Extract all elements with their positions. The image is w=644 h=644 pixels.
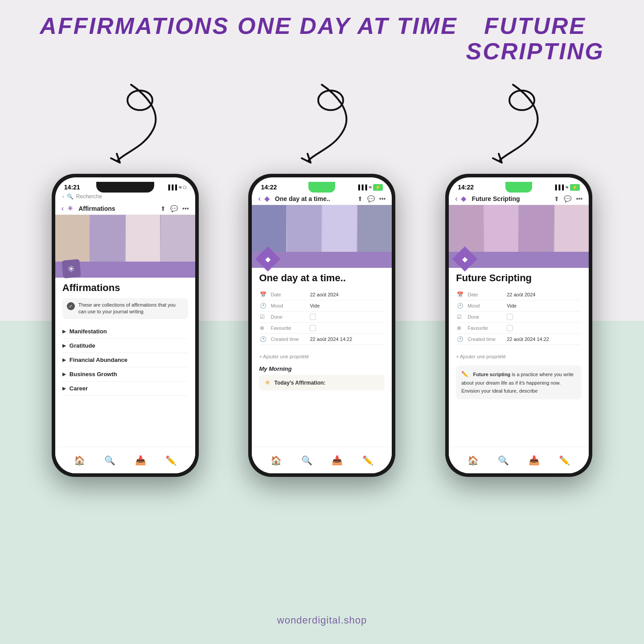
date-label-3: Date [468,292,503,297]
list-item-manifestation[interactable]: ▶ Manifestation [62,324,188,339]
list-item-financial[interactable]: ▶ Financial Abundance [62,353,188,367]
inbox-nav-item[interactable]: 📥 [135,455,146,466]
done-checkbox-3[interactable] [507,314,513,320]
phones-row: 14:21 ▐▐▐ ≈ □ ‹ 🔍 Recherche ‹ ✳ Affirmat… [0,174,644,477]
date-label-2: Date [271,292,306,297]
note-text-bold: Future scripting [473,372,511,377]
date-value-2: 22 août 2024 [310,292,384,297]
back-icon-2[interactable]: ‹ [258,195,260,203]
search-nav-item[interactable]: 🔍 [104,455,115,466]
inbox-nav-2[interactable]: 📥 [332,455,343,466]
edit-nav-3[interactable]: ✏️ [559,455,570,466]
mood-value-3: Vide [507,303,581,308]
arrow-3 [473,76,553,174]
prop-row-date-2: 📅 Date 22 août 2024 [260,289,384,300]
phone-2-inner: 14:22 ▐▐▐ ≈ ⚡ ‹ ◆ One day at a time.. ⬆ … [252,177,392,473]
done-checkbox-2[interactable] [310,314,316,320]
floral-cell-4 [554,205,589,252]
add-prop-2[interactable]: + Ajouter une propriété [259,351,385,362]
more-icon-2[interactable]: ••• [379,195,386,202]
floral-cell-1 [449,205,483,252]
arrows-row [0,76,644,174]
affirmation-box: ☀ Today's Affirmation: [259,375,385,390]
phone-1-banner: ✳ [55,262,195,278]
floral-cell-2 [484,205,518,252]
wifi-icon-2: ≈ [369,185,371,190]
created-icon-3: 🕐 [457,336,464,342]
phone-3-nav: ‹ ◆ Future Scripting ⬆ 💬 ••• [449,193,589,205]
list-label-financial: Financial Abundance [70,357,127,363]
phone-2-status-icons: ▐▐▐ ≈ ⚡ [357,184,383,191]
arrow-2 [282,76,362,174]
home-nav-3[interactable]: 🏠 [468,455,479,466]
phone-2: 14:22 ▐▐▐ ≈ ⚡ ‹ ◆ One day at a time.. ⬆ … [248,174,395,477]
list-arrow-3: ▶ [62,357,66,362]
note-text: Future scripting is a practice where you… [461,372,574,394]
page-asterisk-icon: ✳ [62,259,81,278]
fav-value-3 [507,325,581,331]
prop-row-date-3: 📅 Date 22 août 2024 [457,289,581,300]
phone-1-inner: 14:21 ▐▐▐ ≈ □ ‹ 🔍 Recherche ‹ ✳ Affirmat… [55,177,195,473]
share-icon[interactable]: ⬆ [160,205,166,212]
mood-label-2: Mood [271,303,306,308]
prop-row-done-3: ☑ Done [457,312,581,323]
add-prop-3[interactable]: + Ajouter une propriété [456,351,582,362]
list-arrow-4: ▶ [62,372,66,377]
phone-2-nav-actions: ⬆ 💬 ••• [357,195,386,202]
list-item-gratitude[interactable]: ▶ Gratitude [62,339,188,353]
more-icon[interactable]: ••• [182,205,189,212]
fav-checkbox-3[interactable] [507,325,513,331]
footer-text: wonderdigital.shop [277,615,367,626]
search-nav-2[interactable]: 🔍 [301,455,312,466]
comment-icon[interactable]: 💬 [170,205,178,212]
list-label-business: Business Growth [70,371,117,377]
back-icon[interactable]: ‹ [62,205,64,213]
list-label-career: Career [70,385,88,392]
note-box: ✏️ Future scripting is a practice where … [456,365,582,399]
comment-icon-3[interactable]: 💬 [564,195,571,202]
label-future-scripting: FUTURE SCRIPTING [466,13,604,64]
phone-3-notch [505,182,532,193]
created-value-3: 22 août 2024 14:22 [507,336,581,342]
prop-row-mood-2: 🕐 Mood Vide [260,300,384,312]
home-nav-item[interactable]: 🏠 [74,455,85,466]
list-item-career[interactable]: ▶ Career [62,381,188,396]
edit-nav-item[interactable]: ✏️ [165,455,176,466]
label-affirmations: AFFIRMATIONS [40,13,229,64]
search-nav-3[interactable]: 🔍 [498,455,509,466]
home-nav-2[interactable]: 🏠 [271,455,282,466]
done-icon-2: ☑ [260,314,267,320]
date-icon-2: 📅 [260,291,267,298]
back-icon-3[interactable]: ‹ [455,195,457,203]
phone-1-search[interactable]: ‹ 🔍 Recherche [55,193,195,202]
fav-label-3: Favourite [468,325,503,331]
mood-icon-2: 🕐 [260,303,267,309]
phone-3-nav-actions: ⬆ 💬 ••• [554,195,582,202]
list-label-gratitude: Gratitude [70,342,95,349]
fav-checkbox-2[interactable] [310,325,316,331]
edit-nav-2[interactable]: ✏️ [362,455,373,466]
desc-check-icon: ✓ [67,302,75,310]
phone-3-properties: 📅 Date 22 août 2024 🕐 Mood Vide ☑ Done [456,288,582,346]
comment-icon-2[interactable]: 💬 [367,195,375,202]
prop-row-created-2: 🕐 Created time 22 août 2024 14:22 [260,334,384,345]
list-item-business[interactable]: ▶ Business Growth [62,367,188,381]
phone-2-nav: ‹ ◆ One day at a time.. ⬆ 💬 ••• [252,193,392,205]
cover-cell-1 [55,215,90,262]
desc-text: These are collections of affirmations th… [78,302,184,316]
page-icon-nav: ✳ [67,204,73,213]
share-icon-3[interactable]: ⬆ [554,195,559,202]
list-label-manifestation: Manifestation [70,328,107,335]
prop-row-done-2: ☑ Done [260,312,384,323]
more-icon-3[interactable]: ••• [576,195,582,202]
scooter-cell-4 [357,205,392,252]
phone-1-cover [55,215,195,262]
created-label-2: Created time [271,336,306,342]
prop-row-created-3: 🕐 Created time 22 août 2024 14:22 [457,334,581,345]
battery-icon-3: ⚡ [570,184,580,191]
phone-3: 14:22 ▐▐▐ ≈ ⚡ ‹ ◆ Future Scripting ⬆ 💬 •… [445,174,592,477]
share-icon-2[interactable]: ⬆ [357,195,363,202]
phone-1-notch [96,182,154,193]
inbox-nav-3[interactable]: 📥 [529,455,540,466]
phone-2-notch [308,182,335,193]
